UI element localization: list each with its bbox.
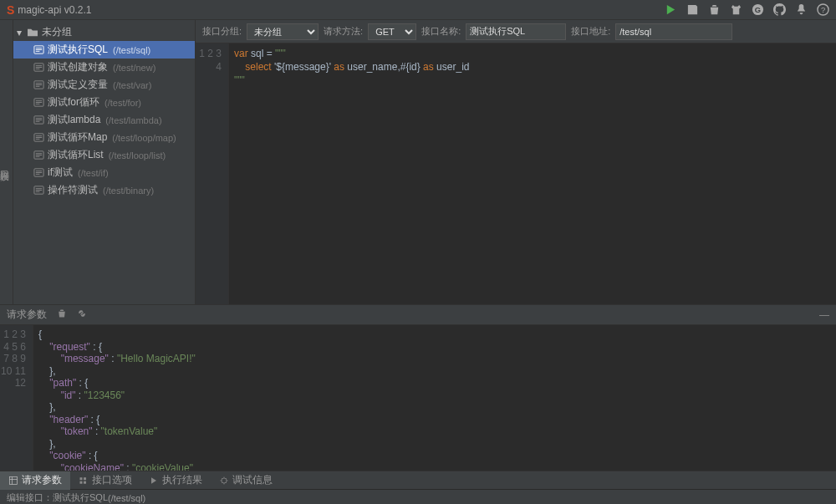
tree-item[interactable]: 测试循环List(/test/loop/list) [13, 146, 195, 164]
tree-item-path: (/test/if) [78, 168, 109, 178]
code-lines[interactable]: var sql = """ select '${message}' as use… [229, 43, 474, 304]
file-icon [33, 44, 44, 55]
main-area: 接口列表 ▾ 未分组 测试执行SQL(/test/sql)测试创建对象(/tes… [0, 20, 836, 304]
bottom-tab-bar: 请求参数 接口选项 执行结果 调试信息 [0, 471, 836, 489]
tree-item-label: 测试定义变量 [48, 78, 108, 92]
tree-item-label: 测试执行SQL [48, 43, 108, 57]
name-label: 接口名称: [421, 25, 461, 38]
shirt-icon[interactable] [729, 3, 742, 17]
method-label: 请求方法: [324, 25, 363, 38]
file-icon [33, 185, 44, 196]
toolbar: G ? [664, 3, 829, 17]
request-panel-header: 请求参数 — [0, 305, 836, 325]
tab-options[interactable]: 接口选项 [70, 471, 140, 490]
tab-result[interactable]: 执行结果 [140, 471, 211, 490]
url-input[interactable] [615, 23, 732, 40]
link-icon[interactable] [77, 308, 87, 321]
app-title: magic-api v0.2.1 [18, 4, 91, 16]
request-lines[interactable]: { "request" : { "message" : "Hello Magic… [33, 325, 201, 471]
tree-item-path: (/test/binary) [103, 186, 154, 196]
folder-icon [27, 28, 38, 38]
file-icon [33, 150, 44, 160]
name-input[interactable] [466, 23, 566, 40]
help-icon[interactable]: ? [816, 3, 829, 17]
group-select[interactable]: 未分组 [247, 23, 319, 40]
tree-item[interactable]: 测试执行SQL(/test/sql) [13, 41, 195, 59]
url-label: 接口地址: [571, 25, 610, 38]
tree-item-path: (/test/lambda) [105, 115, 161, 125]
file-icon [33, 115, 44, 125]
svg-rect-13 [10, 476, 18, 484]
tree-root-label: 未分组 [42, 25, 72, 39]
file-icon [33, 62, 44, 73]
tree-item-path: (/test/new) [113, 63, 155, 73]
svg-rect-15 [80, 481, 83, 483]
file-icon [33, 132, 44, 143]
github-icon[interactable] [772, 3, 786, 17]
tree-item[interactable]: 操作符测试(/test/binary) [13, 181, 195, 199]
request-body-editor[interactable]: 1 2 3 4 5 6 7 8 9 10 11 12 { "request" :… [0, 325, 836, 471]
status-bar: 编辑接口：测试执行SQL(/test/sql) [0, 489, 836, 504]
chevron-down-icon: ▾ [17, 27, 23, 38]
title-bar: S magic-api v0.2.1 G ? [0, 0, 836, 20]
svg-text:G: G [754, 6, 760, 14]
api-fields-bar: 接口分组: 未分组 请求方法: GET 接口名称: 接口地址: [196, 20, 836, 43]
app-logo: S [7, 3, 14, 17]
tree-item-label: 操作符测试 [48, 183, 98, 197]
save-icon[interactable] [686, 3, 699, 17]
tree-item-path: (/test/for) [104, 98, 141, 108]
request-line-gutter: 1 2 3 4 5 6 7 8 9 10 11 12 [0, 325, 33, 471]
tree-item-path: (/test/var) [113, 80, 151, 90]
g-icon[interactable]: G [751, 3, 764, 17]
svg-point-18 [222, 478, 227, 483]
tree-item-label: 测试lambda [48, 113, 100, 127]
tree-item[interactable]: 测试创建对象(/test/new) [13, 59, 195, 76]
tab-request-params[interactable]: 请求参数 [0, 471, 70, 490]
request-panel-title: 请求参数 [7, 308, 47, 322]
svg-text:?: ? [820, 6, 824, 14]
tree-item[interactable]: 测试lambda(/test/lambda) [13, 111, 195, 129]
group-label: 接口分组: [202, 25, 242, 38]
left-gutter-bar[interactable]: 接口列表 [0, 20, 13, 304]
code-editor[interactable]: 1 2 3 4 var sql = """ select '${message}… [196, 43, 836, 304]
file-icon [33, 167, 44, 178]
svg-rect-16 [84, 477, 86, 480]
tree-item-label: 测试for循环 [48, 95, 99, 109]
tree-item-label: 测试循环List [48, 148, 104, 162]
tree-item[interactable]: 测试循环Map(/test/loop/map) [13, 129, 195, 146]
file-icon [33, 97, 44, 108]
bell-icon[interactable] [794, 3, 808, 17]
tree-item-path: (/test/loop/map) [112, 133, 176, 143]
svg-rect-14 [80, 477, 83, 480]
tree-item[interactable]: if测试(/test/if) [13, 164, 195, 181]
minimize-icon[interactable]: — [819, 309, 829, 321]
api-tree: ▾ 未分组 测试执行SQL(/test/sql)测试创建对象(/test/new… [13, 20, 196, 304]
svg-rect-17 [84, 481, 86, 483]
method-select[interactable]: GET [368, 23, 416, 40]
tree-item[interactable]: 测试定义变量(/test/var) [13, 76, 195, 94]
tree-item-label: 测试循环Map [48, 130, 107, 145]
tree-item[interactable]: 测试for循环(/test/for) [13, 94, 195, 111]
tree-item-path: (/test/sql) [113, 45, 150, 55]
tree-item-label: 测试创建对象 [48, 60, 108, 74]
tree-item-label: if测试 [48, 165, 73, 180]
trash-icon[interactable] [57, 308, 67, 321]
tab-debug[interactable]: 调试信息 [211, 471, 281, 490]
tree-root[interactable]: ▾ 未分组 [13, 23, 195, 41]
trash-icon[interactable] [707, 3, 721, 17]
play-icon[interactable] [664, 3, 677, 17]
tree-item-path: (/test/loop/list) [109, 150, 166, 160]
file-icon [33, 79, 44, 90]
line-gutter: 1 2 3 4 [196, 43, 229, 304]
